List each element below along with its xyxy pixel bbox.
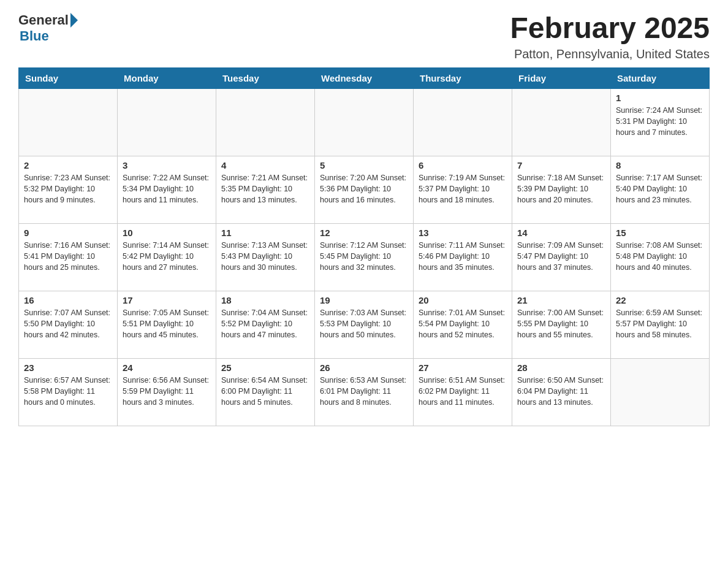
- day-info: Sunrise: 7:11 AM Sunset: 5:46 PM Dayligh…: [419, 240, 507, 273]
- calendar-header-row: SundayMondayTuesdayWednesdayThursdayFrid…: [19, 67, 710, 88]
- day-number: 22: [616, 295, 704, 305]
- calendar-cell: 25Sunrise: 6:54 AM Sunset: 6:00 PM Dayli…: [216, 358, 315, 426]
- day-info: Sunrise: 7:23 AM Sunset: 5:32 PM Dayligh…: [24, 172, 112, 205]
- calendar-cell: 16Sunrise: 7:07 AM Sunset: 5:50 PM Dayli…: [19, 291, 118, 358]
- day-info: Sunrise: 7:24 AM Sunset: 5:31 PM Dayligh…: [616, 105, 704, 138]
- calendar-week-row: 23Sunrise: 6:57 AM Sunset: 5:58 PM Dayli…: [19, 358, 710, 426]
- day-info: Sunrise: 7:17 AM Sunset: 5:40 PM Dayligh…: [616, 172, 704, 205]
- calendar-cell: [118, 88, 216, 156]
- calendar-cell: [216, 88, 315, 156]
- day-info: Sunrise: 7:18 AM Sunset: 5:39 PM Dayligh…: [517, 172, 605, 205]
- day-info: Sunrise: 7:03 AM Sunset: 5:53 PM Dayligh…: [320, 307, 408, 340]
- location-subtitle: Patton, Pennsylvania, United States: [510, 47, 710, 61]
- month-title: February 2025: [510, 12, 710, 45]
- day-number: 14: [517, 228, 605, 238]
- day-number: 7: [517, 160, 605, 170]
- calendar-cell: 26Sunrise: 6:53 AM Sunset: 6:01 PM Dayli…: [315, 358, 414, 426]
- day-info: Sunrise: 7:01 AM Sunset: 5:54 PM Dayligh…: [419, 307, 507, 340]
- day-number: 15: [616, 228, 704, 238]
- day-number: 27: [419, 362, 507, 373]
- day-info: Sunrise: 7:07 AM Sunset: 5:50 PM Dayligh…: [24, 307, 112, 340]
- day-number: 23: [24, 362, 112, 373]
- calendar-cell: 20Sunrise: 7:01 AM Sunset: 5:54 PM Dayli…: [414, 291, 512, 358]
- calendar-cell: 28Sunrise: 6:50 AM Sunset: 6:04 PM Dayli…: [512, 358, 611, 426]
- day-number: 4: [221, 160, 309, 170]
- column-header-thursday: Thursday: [414, 67, 512, 88]
- day-info: Sunrise: 7:20 AM Sunset: 5:36 PM Dayligh…: [320, 172, 408, 205]
- calendar-cell: 24Sunrise: 6:56 AM Sunset: 5:59 PM Dayli…: [118, 358, 216, 426]
- calendar-cell: 4Sunrise: 7:21 AM Sunset: 5:35 PM Daylig…: [216, 156, 315, 223]
- calendar-week-row: 2Sunrise: 7:23 AM Sunset: 5:32 PM Daylig…: [19, 156, 710, 223]
- day-number: 16: [24, 295, 112, 305]
- calendar-cell: 18Sunrise: 7:04 AM Sunset: 5:52 PM Dayli…: [216, 291, 315, 358]
- calendar-cell: 22Sunrise: 6:59 AM Sunset: 5:57 PM Dayli…: [611, 291, 710, 358]
- page-header: General Blue February 2025 Patton, Penns…: [18, 12, 710, 61]
- day-number: 26: [320, 362, 408, 373]
- calendar-cell: 27Sunrise: 6:51 AM Sunset: 6:02 PM Dayli…: [414, 358, 512, 426]
- day-info: Sunrise: 7:09 AM Sunset: 5:47 PM Dayligh…: [517, 240, 605, 273]
- day-info: Sunrise: 7:05 AM Sunset: 5:51 PM Dayligh…: [123, 307, 211, 340]
- day-number: 8: [616, 160, 704, 170]
- day-number: 19: [320, 295, 408, 305]
- calendar-cell: 12Sunrise: 7:12 AM Sunset: 5:45 PM Dayli…: [315, 223, 414, 291]
- day-number: 17: [123, 295, 211, 305]
- day-info: Sunrise: 7:00 AM Sunset: 5:55 PM Dayligh…: [517, 307, 605, 340]
- title-area: February 2025 Patton, Pennsylvania, Unit…: [510, 12, 710, 61]
- calendar-cell: 8Sunrise: 7:17 AM Sunset: 5:40 PM Daylig…: [611, 156, 710, 223]
- calendar-cell: [611, 358, 710, 426]
- calendar-cell: 14Sunrise: 7:09 AM Sunset: 5:47 PM Dayli…: [512, 223, 611, 291]
- day-number: 24: [123, 362, 211, 373]
- day-number: 10: [123, 228, 211, 238]
- calendar-cell: [512, 88, 611, 156]
- day-number: 2: [24, 160, 112, 170]
- day-number: 25: [221, 362, 309, 373]
- calendar-week-row: 9Sunrise: 7:16 AM Sunset: 5:41 PM Daylig…: [19, 223, 710, 291]
- day-number: 11: [221, 228, 309, 238]
- calendar-cell: [414, 88, 512, 156]
- calendar-week-row: 1Sunrise: 7:24 AM Sunset: 5:31 PM Daylig…: [19, 88, 710, 156]
- day-info: Sunrise: 7:04 AM Sunset: 5:52 PM Dayligh…: [221, 307, 309, 340]
- day-number: 18: [221, 295, 309, 305]
- calendar-week-row: 16Sunrise: 7:07 AM Sunset: 5:50 PM Dayli…: [19, 291, 710, 358]
- day-info: Sunrise: 6:51 AM Sunset: 6:02 PM Dayligh…: [419, 375, 507, 408]
- day-info: Sunrise: 7:21 AM Sunset: 5:35 PM Dayligh…: [221, 172, 309, 205]
- day-number: 20: [419, 295, 507, 305]
- day-number: 6: [419, 160, 507, 170]
- calendar-cell: 2Sunrise: 7:23 AM Sunset: 5:32 PM Daylig…: [19, 156, 118, 223]
- column-header-wednesday: Wednesday: [315, 67, 414, 88]
- calendar-cell: 19Sunrise: 7:03 AM Sunset: 5:53 PM Dayli…: [315, 291, 414, 358]
- calendar-cell: 1Sunrise: 7:24 AM Sunset: 5:31 PM Daylig…: [611, 88, 710, 156]
- day-number: 5: [320, 160, 408, 170]
- calendar-cell: 6Sunrise: 7:19 AM Sunset: 5:37 PM Daylig…: [414, 156, 512, 223]
- day-info: Sunrise: 7:12 AM Sunset: 5:45 PM Dayligh…: [320, 240, 408, 273]
- day-info: Sunrise: 7:16 AM Sunset: 5:41 PM Dayligh…: [24, 240, 112, 273]
- column-header-sunday: Sunday: [19, 67, 118, 88]
- calendar-cell: [19, 88, 118, 156]
- calendar-cell: 17Sunrise: 7:05 AM Sunset: 5:51 PM Dayli…: [118, 291, 216, 358]
- day-number: 21: [517, 295, 605, 305]
- day-info: Sunrise: 7:14 AM Sunset: 5:42 PM Dayligh…: [123, 240, 211, 273]
- day-info: Sunrise: 7:19 AM Sunset: 5:37 PM Dayligh…: [419, 172, 507, 205]
- day-info: Sunrise: 6:53 AM Sunset: 6:01 PM Dayligh…: [320, 375, 408, 408]
- calendar-cell: 15Sunrise: 7:08 AM Sunset: 5:48 PM Dayli…: [611, 223, 710, 291]
- day-number: 13: [419, 228, 507, 238]
- column-header-saturday: Saturday: [611, 67, 710, 88]
- calendar-cell: 13Sunrise: 7:11 AM Sunset: 5:46 PM Dayli…: [414, 223, 512, 291]
- day-info: Sunrise: 7:08 AM Sunset: 5:48 PM Dayligh…: [616, 240, 704, 273]
- logo-arrow-icon: [70, 13, 78, 28]
- calendar-cell: 21Sunrise: 7:00 AM Sunset: 5:55 PM Dayli…: [512, 291, 611, 358]
- logo-blue-text: Blue: [20, 28, 49, 44]
- logo-general-text: General: [18, 12, 69, 28]
- column-header-friday: Friday: [512, 67, 611, 88]
- day-info: Sunrise: 6:57 AM Sunset: 5:58 PM Dayligh…: [24, 375, 112, 408]
- calendar-cell: 10Sunrise: 7:14 AM Sunset: 5:42 PM Dayli…: [118, 223, 216, 291]
- calendar-cell: [315, 88, 414, 156]
- day-number: 3: [123, 160, 211, 170]
- calendar-cell: 23Sunrise: 6:57 AM Sunset: 5:58 PM Dayli…: [19, 358, 118, 426]
- calendar-cell: 11Sunrise: 7:13 AM Sunset: 5:43 PM Dayli…: [216, 223, 315, 291]
- day-number: 12: [320, 228, 408, 238]
- calendar-cell: 9Sunrise: 7:16 AM Sunset: 5:41 PM Daylig…: [19, 223, 118, 291]
- day-info: Sunrise: 6:50 AM Sunset: 6:04 PM Dayligh…: [517, 375, 605, 408]
- day-info: Sunrise: 6:56 AM Sunset: 5:59 PM Dayligh…: [123, 375, 211, 408]
- column-header-monday: Monday: [118, 67, 216, 88]
